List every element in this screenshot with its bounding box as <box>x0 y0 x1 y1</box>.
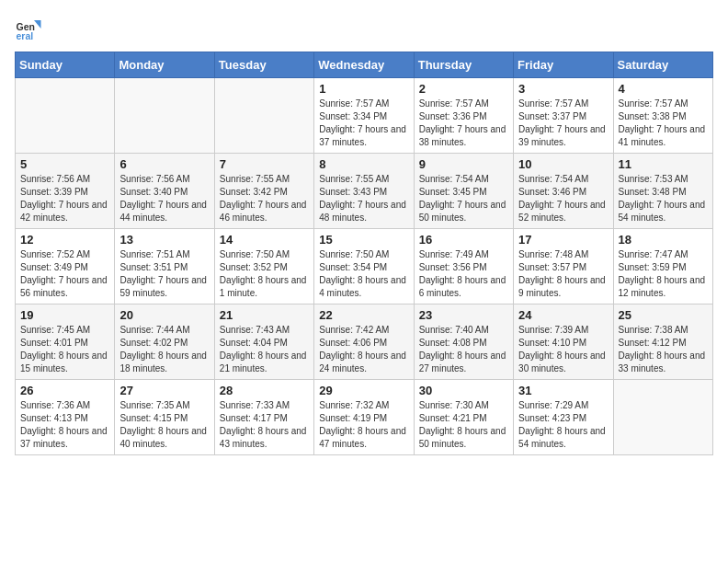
calendar-week-5: 26Sunrise: 7:36 AM Sunset: 4:13 PM Dayli… <box>16 380 713 455</box>
day-info: Sunrise: 7:54 AM Sunset: 3:46 PM Dayligh… <box>518 173 608 224</box>
calendar-cell: 27Sunrise: 7:35 AM Sunset: 4:15 PM Dayli… <box>115 380 214 455</box>
day-info: Sunrise: 7:36 AM Sunset: 4:13 PM Dayligh… <box>20 399 109 451</box>
day-info: Sunrise: 7:32 AM Sunset: 4:19 PM Dayligh… <box>319 399 408 451</box>
day-number: 24 <box>518 308 608 322</box>
day-number: 31 <box>518 384 608 397</box>
weekday-header-saturday: Saturday <box>613 52 712 78</box>
calendar-cell: 29Sunrise: 7:32 AM Sunset: 4:19 PM Dayli… <box>314 380 414 455</box>
weekday-header-wednesday: Wednesday <box>314 52 414 78</box>
day-info: Sunrise: 7:49 AM Sunset: 3:56 PM Dayligh… <box>419 248 508 300</box>
day-number: 25 <box>619 308 708 322</box>
day-info: Sunrise: 7:57 AM Sunset: 3:38 PM Dayligh… <box>619 98 708 149</box>
day-number: 17 <box>518 233 608 247</box>
day-number: 11 <box>619 157 708 171</box>
day-number: 3 <box>518 82 608 96</box>
calendar-cell: 15Sunrise: 7:50 AM Sunset: 3:54 PM Dayli… <box>314 229 414 304</box>
day-info: Sunrise: 7:48 AM Sunset: 3:57 PM Dayligh… <box>518 248 608 300</box>
calendar-cell: 13Sunrise: 7:51 AM Sunset: 3:51 PM Dayli… <box>115 229 214 304</box>
day-info: Sunrise: 7:52 AM Sunset: 3:49 PM Dayligh… <box>20 248 109 300</box>
day-info: Sunrise: 7:38 AM Sunset: 4:12 PM Dayligh… <box>619 324 708 375</box>
day-info: Sunrise: 7:55 AM Sunset: 3:43 PM Dayligh… <box>319 173 408 224</box>
calendar-cell <box>214 78 313 154</box>
day-number: 16 <box>419 233 508 247</box>
weekday-header-thursday: Thursday <box>414 52 513 78</box>
calendar: SundayMondayTuesdayWednesdayThursdayFrid… <box>15 52 713 455</box>
calendar-cell: 3Sunrise: 7:57 AM Sunset: 3:37 PM Daylig… <box>514 78 613 154</box>
calendar-cell: 5Sunrise: 7:56 AM Sunset: 3:39 PM Daylig… <box>16 154 115 229</box>
day-number: 19 <box>20 308 109 322</box>
day-number: 6 <box>119 157 209 171</box>
day-info: Sunrise: 7:56 AM Sunset: 3:40 PM Dayligh… <box>119 173 209 224</box>
day-number: 22 <box>319 308 408 322</box>
day-info: Sunrise: 7:51 AM Sunset: 3:51 PM Dayligh… <box>119 248 209 300</box>
day-info: Sunrise: 7:54 AM Sunset: 3:45 PM Dayligh… <box>419 173 508 224</box>
day-info: Sunrise: 7:57 AM Sunset: 3:36 PM Dayligh… <box>419 98 508 149</box>
day-info: Sunrise: 7:40 AM Sunset: 4:08 PM Dayligh… <box>419 324 508 375</box>
calendar-week-3: 12Sunrise: 7:52 AM Sunset: 3:49 PM Dayli… <box>16 229 713 304</box>
calendar-cell: 11Sunrise: 7:53 AM Sunset: 3:48 PM Dayli… <box>613 154 712 229</box>
calendar-cell: 21Sunrise: 7:43 AM Sunset: 4:04 PM Dayli… <box>214 304 313 380</box>
day-info: Sunrise: 7:45 AM Sunset: 4:01 PM Dayligh… <box>20 324 109 375</box>
logo: Gen eral <box>15 15 46 42</box>
day-number: 21 <box>220 308 309 322</box>
calendar-cell: 10Sunrise: 7:54 AM Sunset: 3:46 PM Dayli… <box>514 154 613 229</box>
day-number: 12 <box>20 233 109 247</box>
calendar-cell: 1Sunrise: 7:57 AM Sunset: 3:34 PM Daylig… <box>314 78 414 154</box>
calendar-cell: 8Sunrise: 7:55 AM Sunset: 3:43 PM Daylig… <box>314 154 414 229</box>
day-info: Sunrise: 7:43 AM Sunset: 4:04 PM Dayligh… <box>220 324 309 375</box>
weekday-header-friday: Friday <box>514 52 613 78</box>
calendar-cell: 22Sunrise: 7:42 AM Sunset: 4:06 PM Dayli… <box>314 304 414 380</box>
day-info: Sunrise: 7:33 AM Sunset: 4:17 PM Dayligh… <box>220 399 309 451</box>
weekday-header-tuesday: Tuesday <box>214 52 313 78</box>
weekday-header-sunday: Sunday <box>16 52 115 78</box>
calendar-cell <box>613 380 712 455</box>
day-info: Sunrise: 7:57 AM Sunset: 3:37 PM Dayligh… <box>518 98 608 149</box>
day-number: 26 <box>20 384 109 397</box>
calendar-cell: 16Sunrise: 7:49 AM Sunset: 3:56 PM Dayli… <box>414 229 513 304</box>
day-info: Sunrise: 7:55 AM Sunset: 3:42 PM Dayligh… <box>220 173 309 224</box>
day-info: Sunrise: 7:29 AM Sunset: 4:23 PM Dayligh… <box>518 399 608 451</box>
day-info: Sunrise: 7:39 AM Sunset: 4:10 PM Dayligh… <box>518 324 608 375</box>
calendar-week-4: 19Sunrise: 7:45 AM Sunset: 4:01 PM Dayli… <box>16 304 713 380</box>
weekday-header-monday: Monday <box>115 52 214 78</box>
calendar-cell: 17Sunrise: 7:48 AM Sunset: 3:57 PM Dayli… <box>514 229 613 304</box>
calendar-cell: 25Sunrise: 7:38 AM Sunset: 4:12 PM Dayli… <box>613 304 712 380</box>
calendar-cell: 6Sunrise: 7:56 AM Sunset: 3:40 PM Daylig… <box>115 154 214 229</box>
calendar-cell: 12Sunrise: 7:52 AM Sunset: 3:49 PM Dayli… <box>16 229 115 304</box>
svg-text:eral: eral <box>17 30 34 41</box>
logo-icon: Gen eral <box>15 15 42 42</box>
svg-marker-2 <box>34 20 41 29</box>
day-number: 28 <box>220 384 309 397</box>
day-number: 5 <box>20 157 109 171</box>
calendar-cell: 20Sunrise: 7:44 AM Sunset: 4:02 PM Dayli… <box>115 304 214 380</box>
day-number: 4 <box>619 82 708 96</box>
calendar-cell <box>16 78 115 154</box>
day-info: Sunrise: 7:35 AM Sunset: 4:15 PM Dayligh… <box>119 399 209 451</box>
day-info: Sunrise: 7:47 AM Sunset: 3:59 PM Dayligh… <box>619 248 708 300</box>
day-number: 29 <box>319 384 408 397</box>
day-number: 13 <box>119 233 209 247</box>
day-info: Sunrise: 7:53 AM Sunset: 3:48 PM Dayligh… <box>619 173 708 224</box>
day-number: 10 <box>518 157 608 171</box>
day-number: 9 <box>419 157 508 171</box>
day-number: 27 <box>119 384 209 397</box>
day-info: Sunrise: 7:50 AM Sunset: 3:52 PM Dayligh… <box>220 248 309 300</box>
calendar-week-2: 5Sunrise: 7:56 AM Sunset: 3:39 PM Daylig… <box>16 154 713 229</box>
day-info: Sunrise: 7:56 AM Sunset: 3:39 PM Dayligh… <box>20 173 109 224</box>
calendar-cell: 24Sunrise: 7:39 AM Sunset: 4:10 PM Dayli… <box>514 304 613 380</box>
calendar-cell: 31Sunrise: 7:29 AM Sunset: 4:23 PM Dayli… <box>514 380 613 455</box>
weekday-header-row: SundayMondayTuesdayWednesdayThursdayFrid… <box>16 52 713 78</box>
day-number: 15 <box>319 233 408 247</box>
calendar-cell: 26Sunrise: 7:36 AM Sunset: 4:13 PM Dayli… <box>16 380 115 455</box>
calendar-cell: 19Sunrise: 7:45 AM Sunset: 4:01 PM Dayli… <box>16 304 115 380</box>
calendar-cell: 2Sunrise: 7:57 AM Sunset: 3:36 PM Daylig… <box>414 78 513 154</box>
day-number: 20 <box>119 308 209 322</box>
calendar-cell: 23Sunrise: 7:40 AM Sunset: 4:08 PM Dayli… <box>414 304 513 380</box>
calendar-week-1: 1Sunrise: 7:57 AM Sunset: 3:34 PM Daylig… <box>16 78 713 154</box>
calendar-cell <box>115 78 214 154</box>
day-number: 1 <box>319 82 408 96</box>
calendar-cell: 14Sunrise: 7:50 AM Sunset: 3:52 PM Dayli… <box>214 229 313 304</box>
day-number: 30 <box>419 384 508 397</box>
day-number: 8 <box>319 157 408 171</box>
calendar-cell: 28Sunrise: 7:33 AM Sunset: 4:17 PM Dayli… <box>214 380 313 455</box>
